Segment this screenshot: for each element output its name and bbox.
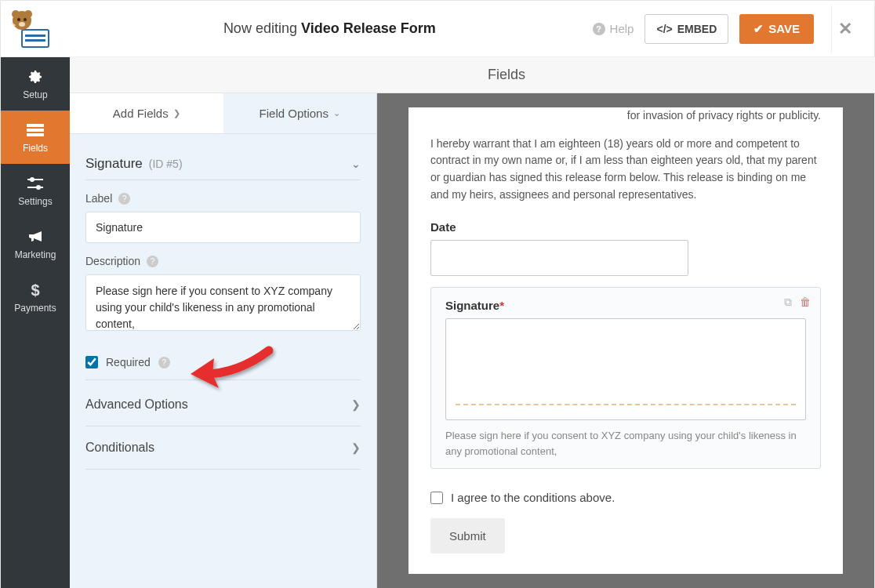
tab-field-options[interactable]: Field Options ⌄ xyxy=(223,93,377,133)
svg-rect-10 xyxy=(27,129,44,132)
nav-fields[interactable]: Fields xyxy=(1,111,70,164)
chevron-right-icon: ❯ xyxy=(351,398,361,411)
date-label: Date xyxy=(430,220,821,234)
description-label: Description ? xyxy=(85,255,158,267)
field-heading[interactable]: Signature (ID #5) ⌄ xyxy=(85,148,361,180)
help-icon[interactable]: ? xyxy=(118,193,130,205)
sliders-icon xyxy=(26,174,45,193)
signature-label: Signature* xyxy=(445,299,806,312)
chevron-down-icon: ⌄ xyxy=(351,158,361,170)
signature-description: Please sign here if you consent to XYZ c… xyxy=(445,428,806,459)
nav-payments[interactable]: $ Payments xyxy=(1,270,70,324)
bullhorn-icon xyxy=(26,227,45,246)
date-input[interactable] xyxy=(430,240,688,276)
label-input[interactable] xyxy=(85,212,361,243)
submit-button[interactable]: Submit xyxy=(430,518,505,554)
editing-title: Now editing Video Release Form xyxy=(67,20,593,37)
code-icon: </> xyxy=(656,23,672,35)
required-checkbox[interactable] xyxy=(85,356,98,368)
nav-marketing[interactable]: Marketing xyxy=(1,217,70,270)
agree-label: I agree to the conditions above. xyxy=(451,491,615,504)
form-name: Video Release Form xyxy=(301,20,436,36)
svg-rect-11 xyxy=(27,133,44,136)
svg-point-6 xyxy=(17,18,20,21)
nav-settings[interactable]: Settings xyxy=(1,164,70,217)
duplicate-icon[interactable]: ⧉ xyxy=(784,296,792,309)
svg-point-5 xyxy=(24,10,32,18)
list-icon xyxy=(26,121,45,140)
conditionals-toggle[interactable]: Conditionals ❯ xyxy=(85,426,361,470)
svg-point-4 xyxy=(12,10,20,18)
signature-field[interactable]: ⧉ 🗑 Signature* Please sign here if you c… xyxy=(430,287,821,469)
svg-point-15 xyxy=(37,186,40,189)
label-label: Label ? xyxy=(85,192,130,205)
required-star: * xyxy=(499,299,504,312)
svg-rect-0 xyxy=(22,30,49,47)
trash-icon[interactable]: 🗑 xyxy=(800,296,811,309)
check-icon: ✔ xyxy=(753,22,764,36)
svg-point-8 xyxy=(19,22,25,27)
svg-rect-9 xyxy=(27,124,44,127)
svg-rect-2 xyxy=(25,39,45,42)
app-logo xyxy=(9,9,53,49)
save-button[interactable]: ✔ SAVE xyxy=(739,14,814,44)
legal-paragraph: I hereby warrant that I am eighteen (18)… xyxy=(430,136,821,204)
field-options-panel: Add Fields ❯ Field Options ⌄ Signature (… xyxy=(70,57,377,588)
signature-canvas[interactable] xyxy=(445,318,806,420)
date-field: Date xyxy=(430,220,821,276)
svg-rect-1 xyxy=(25,34,45,37)
gear-icon xyxy=(26,67,45,86)
close-button[interactable]: ✕ xyxy=(831,5,859,53)
svg-point-13 xyxy=(31,178,34,181)
description-input[interactable] xyxy=(85,274,361,331)
chevron-right-icon: ❯ xyxy=(351,441,361,454)
chevron-down-icon: ⌄ xyxy=(333,108,340,118)
required-label: Required xyxy=(106,356,151,368)
panel-header: Fields xyxy=(70,57,875,93)
dollar-icon: $ xyxy=(26,281,45,299)
advanced-options-toggle[interactable]: Advanced Options ❯ xyxy=(85,383,361,426)
legal-text-fragment: for invasion of privacy rights or public… xyxy=(627,109,821,122)
editing-prefix: Now editing xyxy=(223,20,297,36)
agree-checkbox[interactable] xyxy=(430,492,443,504)
help-icon: ? xyxy=(593,23,605,35)
embed-button[interactable]: </> EMBED xyxy=(644,14,728,44)
top-bar: Now editing Video Release Form ? Help </… xyxy=(1,1,874,57)
help-link[interactable]: ? Help xyxy=(593,22,634,35)
help-icon[interactable]: ? xyxy=(147,256,158,267)
form-preview: xfor invasion of privacy rights or publi… xyxy=(377,57,874,588)
nav-setup[interactable]: Setup xyxy=(1,57,70,111)
svg-point-7 xyxy=(24,18,27,21)
side-nav: Setup Fields Settings Marketing $ Paymen… xyxy=(1,57,70,588)
tab-add-fields[interactable]: Add Fields ❯ xyxy=(70,93,223,133)
chevron-right-icon: ❯ xyxy=(173,108,180,118)
help-icon[interactable]: ? xyxy=(158,357,170,368)
field-id: (ID #5) xyxy=(149,158,183,170)
